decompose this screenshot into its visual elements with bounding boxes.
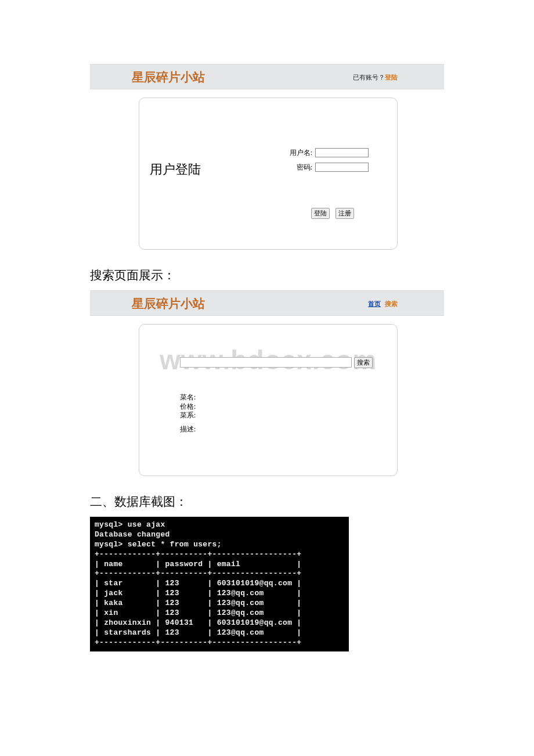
top-banner-search: 星辰碎片小站 首页 搜索: [90, 290, 444, 316]
search-button[interactable]: 搜索: [354, 357, 373, 368]
username-label: 用户名:: [284, 148, 312, 158]
result-labels: 菜名: 价格: 菜系:: [180, 393, 196, 420]
desc-label: 描述:: [180, 424, 196, 434]
login-card: 用户登陆 用户名: 密码: 登陆 注册: [139, 98, 398, 250]
login-buttons: 登陆 注册: [311, 207, 358, 219]
password-label: 密码:: [284, 163, 312, 172]
banner-right-text: 已有账号？登陆: [353, 73, 398, 82]
search-card: www.bdocx.com 搜索 菜名: 价格: 菜系: 描述:: [139, 324, 398, 476]
login-title: 用户登陆: [150, 161, 201, 178]
terminal-output: mysql> use ajax Database changed mysql> …: [90, 517, 349, 651]
site-title-2: 星辰碎片小站: [132, 296, 205, 312]
login-form: 用户名: 密码:: [284, 148, 369, 177]
search-row: 搜索: [180, 357, 373, 368]
page-wrap: 星辰碎片小站 已有账号？登陆 用户登陆 用户名: 密码: 登陆 注册 搜索页面展…: [0, 0, 534, 710]
site-title: 星辰碎片小站: [132, 69, 205, 85]
register-button[interactable]: 注册: [335, 208, 354, 219]
prompt-text: 已有账号？: [353, 74, 385, 81]
login-button[interactable]: 登陆: [311, 208, 330, 219]
db-heading: 二、数据库截图：: [90, 494, 444, 510]
username-input[interactable]: [315, 148, 369, 157]
search-input[interactable]: [180, 357, 352, 368]
password-row: 密码:: [284, 163, 369, 172]
search-heading: 搜索页面展示：: [90, 267, 444, 283]
cuisine-label: 菜系:: [180, 411, 196, 420]
dish-name-label: 菜名:: [180, 393, 196, 402]
username-row: 用户名:: [284, 148, 369, 158]
password-input[interactable]: [315, 163, 369, 172]
top-banner-login: 星辰碎片小站 已有账号？登陆: [90, 64, 444, 89]
banner2-right: 首页 搜索: [368, 300, 398, 308]
login-link[interactable]: 登陆: [385, 74, 398, 81]
search-link[interactable]: 搜索: [385, 300, 398, 307]
price-label: 价格:: [180, 402, 196, 412]
home-link[interactable]: 首页: [368, 300, 381, 307]
